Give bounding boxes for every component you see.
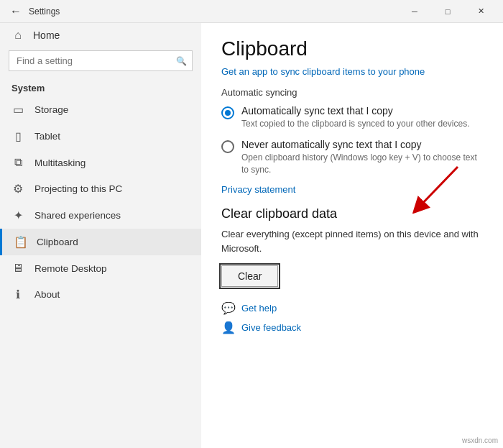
radio-auto-desc: Text copied to the clipboard is synced t… — [241, 118, 470, 130]
sidebar-label-multitasking: Multitasking — [34, 157, 86, 168]
radio-auto-title: Automatically sync text that I copy — [241, 105, 470, 116]
get-help-label: Get help — [241, 303, 277, 314]
sidebar-label-clipboard: Clipboard — [37, 237, 78, 247]
sidebar-item-home[interactable]: ⌂ Home — [0, 23, 201, 47]
search-input[interactable] — [9, 50, 193, 71]
sidebar-item-clipboard[interactable]: 📋 Clipboard — [0, 229, 201, 255]
sidebar-label-storage: Storage — [34, 104, 68, 115]
page-title: Clipboard — [221, 37, 483, 60]
sidebar-label-about: About — [34, 289, 60, 300]
maximize-button[interactable]: □ — [431, 0, 464, 23]
shared-icon: ✦ — [11, 209, 24, 222]
give-feedback-link[interactable]: 👤 Give feedback — [221, 321, 483, 334]
privacy-link[interactable]: Privacy statement — [221, 184, 483, 195]
sidebar-item-shared[interactable]: ✦ Shared experiences — [0, 202, 201, 229]
sidebar-item-remote[interactable]: 🖥 Remote Desktop — [0, 255, 201, 281]
tablet-icon: ▯ — [11, 129, 24, 143]
storage-icon: ▭ — [11, 103, 24, 116]
remote-icon: 🖥 — [11, 262, 24, 275]
clear-section-title: Clear clipboard data — [221, 206, 483, 221]
sidebar-label-shared: Shared experiences — [34, 210, 121, 221]
sidebar-item-multitasking[interactable]: ⧉ Multitasking — [0, 150, 201, 175]
get-help-link[interactable]: 💬 Get help — [221, 301, 483, 315]
sidebar-label-projecting: Projecting to this PC — [34, 183, 122, 194]
auto-sync-label: Automatic syncing — [221, 87, 483, 98]
window-controls: ─ □ ✕ — [398, 0, 497, 23]
multitasking-icon: ⧉ — [11, 156, 24, 169]
sync-phone-link[interactable]: Get an app to sync clipboard items to yo… — [221, 66, 483, 77]
give-feedback-icon: 👤 — [221, 321, 236, 334]
radio-never-title: Never automatically sync text that I cop… — [241, 139, 483, 150]
close-button[interactable]: ✕ — [464, 0, 497, 23]
sidebar-home-label: Home — [33, 29, 60, 41]
radio-never-desc: Open clipboard history (Windows logo key… — [241, 152, 483, 176]
clipboard-icon: 📋 — [14, 235, 27, 249]
bottom-links: 💬 Get help 👤 Give feedback — [221, 301, 483, 334]
radio-auto-text: Automatically sync text that I copy Text… — [241, 105, 470, 130]
radio-option-auto: Automatically sync text that I copy Text… — [221, 105, 483, 130]
about-icon: ℹ — [11, 288, 24, 301]
window-title: Settings — [29, 6, 60, 17]
sidebar: ⌂ Home 🔍 System ▭ Storage ▯ Tablet ⧉ Mul… — [0, 23, 201, 448]
projecting-icon: ⚙ — [11, 182, 24, 196]
back-button[interactable]: ← — [6, 1, 26, 22]
title-bar: ← Settings ─ □ ✕ — [0, 0, 503, 23]
give-feedback-label: Give feedback — [241, 322, 301, 333]
sidebar-section-title: System — [0, 77, 201, 96]
sidebar-search-container: 🔍 — [9, 50, 193, 71]
radio-option-never: Never automatically sync text that I cop… — [221, 139, 483, 176]
sidebar-label-tablet: Tablet — [34, 131, 60, 142]
clear-section-desc: Clear everything (except pinned items) o… — [221, 227, 483, 255]
sidebar-item-about[interactable]: ℹ About — [0, 281, 201, 308]
get-help-icon: 💬 — [221, 301, 236, 315]
home-icon: ⌂ — [11, 29, 24, 42]
sidebar-label-remote: Remote Desktop — [34, 263, 107, 274]
clear-button[interactable]: Clear — [221, 265, 278, 287]
sidebar-item-storage[interactable]: ▭ Storage — [0, 96, 201, 123]
radio-never-circle[interactable] — [221, 140, 234, 153]
watermark: wsxdn.com — [460, 436, 500, 445]
radio-never-text: Never automatically sync text that I cop… — [241, 139, 483, 176]
clear-section: Clear clipboard data — [221, 206, 483, 221]
content-area: Clipboard Get an app to sync clipboard i… — [201, 23, 503, 448]
minimize-button[interactable]: ─ — [398, 0, 431, 23]
sidebar-item-projecting[interactable]: ⚙ Projecting to this PC — [0, 175, 201, 202]
app-body: ⌂ Home 🔍 System ▭ Storage ▯ Tablet ⧉ Mul… — [0, 23, 503, 448]
sidebar-item-tablet[interactable]: ▯ Tablet — [0, 123, 201, 150]
search-icon: 🔍 — [176, 56, 187, 66]
radio-auto-circle[interactable] — [221, 106, 234, 119]
